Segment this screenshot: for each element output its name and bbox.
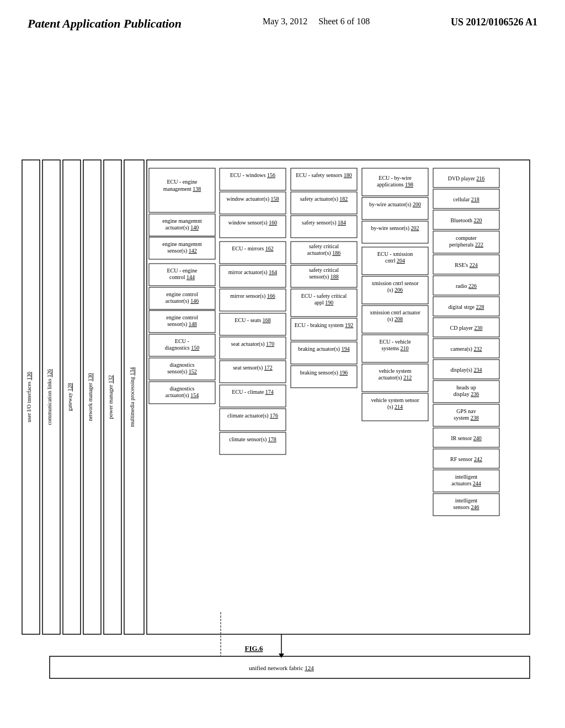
engine-ctrl-sens-label: engine control bbox=[166, 314, 198, 320]
svg-rect-36 bbox=[220, 409, 286, 431]
safety-crit-act-label: safety critical bbox=[309, 243, 339, 249]
ecu-safety-sens-label: ECU - safety sensors 180 bbox=[296, 172, 352, 178]
mirror-act-label: mirror actuator(s) 164 bbox=[228, 269, 277, 276]
braking-sens-label: braking sensor(s) 196 bbox=[300, 370, 348, 376]
svg-rect-28 bbox=[220, 216, 286, 238]
cellular-label: cellular 218 bbox=[453, 196, 479, 202]
cd-player-label: CD player 230 bbox=[450, 325, 483, 331]
svg-rect-53 bbox=[362, 221, 428, 243]
heads-up-label: heads up bbox=[456, 384, 476, 390]
svg-text:actuators 244: actuators 244 bbox=[451, 480, 481, 486]
dvd-label: DVD player 216 bbox=[448, 175, 485, 181]
svg-text:cntrl 204: cntrl 204 bbox=[385, 258, 405, 264]
ecu-xmission-label: ECU - xmission bbox=[377, 251, 413, 257]
seat-sens-label: seat sensor(s) 172 bbox=[233, 365, 273, 371]
engine-ctrl-act-label: engine control bbox=[166, 291, 198, 297]
bywire-act-label: by-wire actuator(s) 200 bbox=[369, 201, 421, 208]
svg-rect-49 bbox=[291, 366, 357, 388]
patent-number: US 2012/0106526 A1 bbox=[451, 17, 537, 28]
bluetooth-label: Bluetooth 220 bbox=[451, 217, 482, 223]
user-io-label: user I/O interfaces 136 bbox=[26, 372, 32, 422]
svg-rect-39 bbox=[291, 192, 357, 214]
ecu-climate-label: ECU - climate 174 bbox=[232, 389, 273, 395]
svg-text:actuator(s) 140: actuator(s) 140 bbox=[166, 224, 199, 231]
svg-text:applications 198: applications 198 bbox=[377, 181, 413, 188]
svg-text:sensor(s) 148: sensor(s) 148 bbox=[167, 321, 197, 328]
vehicle-sys-act-label: vehicle system bbox=[379, 368, 411, 374]
vehicle-sys-sens-label: vehicle system sensor bbox=[371, 397, 419, 403]
braking-act-label: braking actuator(s) 194 bbox=[298, 346, 349, 352]
safety-act-label: safety actuator(s) 182 bbox=[300, 196, 348, 202]
ecu-safety-crit-label: ECU - safety critical bbox=[301, 293, 347, 299]
svg-rect-35 bbox=[220, 385, 286, 407]
multimedia-label: multimedia processing 134 bbox=[129, 367, 135, 427]
svg-marker-88 bbox=[279, 654, 284, 658]
ecu-engine-ctrl-label: ECU - engine bbox=[167, 267, 198, 274]
unified-network-label: unified network fabric 124 bbox=[249, 665, 314, 671]
intelligent-act-label: intelligent bbox=[455, 474, 478, 480]
svg-text:display 236: display 236 bbox=[454, 391, 479, 397]
xmission-ctrl-sens-label: xmission cntrl sensor bbox=[372, 280, 419, 286]
svg-text:appl 190: appl 190 bbox=[315, 299, 334, 306]
ecu-mirrors-label: ECU - mirrors 162 bbox=[232, 245, 273, 251]
digital-strge-label: digital strge 228 bbox=[449, 304, 484, 310]
svg-text:peripherals 222: peripherals 222 bbox=[449, 242, 483, 248]
ecu-braking-label: ECU - braking system 192 bbox=[295, 322, 354, 328]
svg-text:actuator(s) 212: actuator(s) 212 bbox=[379, 374, 412, 381]
ecu-seats-label: ECU - seats 168 bbox=[234, 317, 270, 323]
svg-rect-27 bbox=[220, 192, 286, 214]
climate-sens-label: climate sensor(s) 178 bbox=[229, 436, 276, 443]
fig-label: FIG.6 bbox=[245, 644, 263, 652]
header-meta: May 3, 2012 Sheet 6 of 108 bbox=[263, 17, 370, 26]
rf-sensor-label: RF sensor 242 bbox=[450, 456, 482, 462]
svg-text:management 138: management 138 bbox=[163, 186, 201, 192]
svg-rect-30 bbox=[220, 265, 286, 287]
mirror-sens-label: mirror sensor(s) 166 bbox=[230, 293, 275, 299]
diag-sens-label: diagnostics bbox=[170, 362, 195, 368]
ecu-engine-label: ECU - engine bbox=[167, 179, 198, 185]
svg-rect-37 bbox=[220, 432, 286, 454]
svg-text:(s) 214: (s) 214 bbox=[387, 404, 403, 410]
svg-text:actuator(s) 186: actuator(s) 186 bbox=[307, 250, 340, 256]
svg-rect-48 bbox=[291, 342, 357, 364]
svg-text:sensor(s) 188: sensor(s) 188 bbox=[309, 274, 339, 280]
svg-rect-40 bbox=[291, 216, 357, 238]
ecu-vehicle-label: ECU - vehicle bbox=[379, 339, 411, 345]
seat-act-label: seat actuator(s) 170 bbox=[231, 341, 274, 347]
ir-sensor-label: IR sensor 240 bbox=[451, 435, 482, 441]
svg-text:system 238: system 238 bbox=[454, 415, 478, 421]
radio-label: radio 226 bbox=[456, 283, 477, 289]
ecu-windows-label: ECU - windows 156 bbox=[230, 172, 275, 178]
network-mgr-label: network manager 130 bbox=[87, 373, 93, 421]
window-sens-label: window sensor(s) 160 bbox=[228, 220, 277, 226]
safety-sens-label: safety sensor(s) 184 bbox=[302, 220, 346, 226]
svg-text:actuator(s) 154: actuator(s) 154 bbox=[166, 392, 199, 399]
svg-rect-29 bbox=[220, 242, 286, 264]
camera-label: camera(s) 232 bbox=[451, 346, 482, 352]
header-sheet: Sheet 6 of 108 bbox=[318, 17, 370, 26]
svg-text:actuator(s) 146: actuator(s) 146 bbox=[166, 298, 199, 304]
svg-text:diagnostics 150: diagnostics 150 bbox=[165, 345, 200, 351]
computer-periph-label: computer bbox=[456, 235, 477, 241]
diag-act-label: diagnostics bbox=[170, 386, 195, 392]
page: Patent Application Publication May 3, 20… bbox=[0, 0, 565, 728]
power-mgr-label: power manager 132 bbox=[108, 375, 114, 419]
svg-text:control 144: control 144 bbox=[169, 274, 195, 280]
header-date: May 3, 2012 bbox=[263, 17, 307, 26]
svg-text:systems 210: systems 210 bbox=[381, 345, 408, 351]
climate-act-label: climate actuator(s) 176 bbox=[227, 413, 278, 419]
engine-act-label: engine mangemnt bbox=[162, 218, 202, 224]
engine-sens-label: engine mangemnt bbox=[162, 241, 202, 247]
gps-label: GPS nav bbox=[456, 408, 476, 414]
intelligent-sens-label: intelligent bbox=[455, 497, 478, 504]
svg-rect-38 bbox=[291, 168, 357, 190]
header: Patent Application Publication May 3, 20… bbox=[0, 0, 565, 36]
svg-rect-52 bbox=[362, 197, 428, 220]
svg-text:sensor(s) 142: sensor(s) 142 bbox=[167, 248, 197, 254]
diagram-area: unified network fabric 124 user I/O inte… bbox=[17, 72, 554, 695]
xmission-ctrl-act-label: xmission cntrl actuator bbox=[370, 309, 420, 315]
ecu-diag-label: ECU - bbox=[175, 338, 189, 344]
comm-links-label: communication links 126 bbox=[46, 369, 52, 425]
svg-text:(s) 208: (s) 208 bbox=[387, 316, 403, 323]
svg-rect-32 bbox=[220, 313, 286, 335]
